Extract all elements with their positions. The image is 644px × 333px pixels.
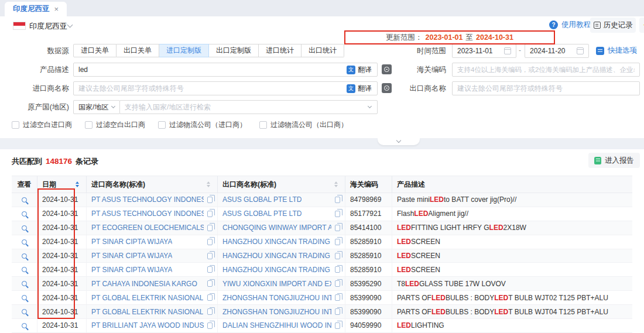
copy-icon[interactable] (207, 225, 213, 231)
checkbox-icon[interactable] (158, 121, 166, 129)
header-date[interactable]: 日期 (37, 176, 87, 193)
copy-icon[interactable] (207, 308, 213, 315)
view-record-button[interactable] (12, 319, 37, 332)
copy-icon[interactable] (207, 197, 213, 203)
enter-report-button[interactable]: 进入报告 (588, 153, 640, 168)
checkbox-icon[interactable] (259, 121, 267, 129)
country-selector[interactable]: 印度尼西亚 (29, 21, 67, 32)
checkbox-icon[interactable] (85, 121, 93, 129)
start-date-input[interactable]: 2023-11-01 (452, 44, 516, 58)
copy-icon[interactable] (207, 266, 213, 273)
copy-icon[interactable] (335, 322, 340, 329)
view-record-button[interactable] (12, 193, 37, 207)
exporter-name[interactable]: ZHONGSHAN TONGJIUZHOU INTERNA... (222, 308, 331, 316)
filter-panel: 数据源 进口关单出口关单进口定制版出口定制版进口统计出口统计 时间范围 2023… (0, 34, 644, 138)
view-record-button[interactable] (12, 305, 37, 318)
copy-icon[interactable] (335, 294, 340, 301)
importer-name[interactable]: PT ASUS TECHNOLOGY INDONESIA BA... (91, 210, 204, 218)
copy-icon[interactable] (335, 197, 340, 203)
exporter-name[interactable]: HANGZHOU XINGCAN TRADING CO LTD (222, 252, 331, 260)
copy-icon[interactable] (207, 239, 213, 245)
exporter-name[interactable]: DALIAN SHENGZHIHUI WOOD INDUST... (222, 321, 331, 329)
favorite-button[interactable]: ★ (639, 18, 644, 33)
quick-options-link[interactable]: 快捷选项 (596, 46, 637, 56)
exporter-name[interactable]: ZHONGSHAN TONGJIUZHOU INTERNA... (222, 294, 331, 302)
filter-checkbox[interactable]: 过滤物流公司（进口商） (158, 120, 246, 130)
view-record-button[interactable] (12, 249, 37, 263)
tutorial-link[interactable]: ? 使用教程 (549, 20, 591, 30)
exporter-name[interactable]: YIWU XIONGXIN IMPORT AND EXPORT... (222, 280, 331, 288)
exporter-name[interactable]: HANGZHOU XINGCAN TRADING CO LTD (222, 238, 331, 246)
data-source-tab[interactable]: 进口定制版 (159, 44, 209, 57)
importer-input[interactable] (74, 82, 377, 95)
copy-icon[interactable] (335, 225, 340, 231)
copy-icon[interactable] (207, 294, 213, 301)
copy-icon[interactable] (335, 308, 340, 315)
data-source-tab[interactable]: 进口统计 (259, 44, 302, 57)
importer-name[interactable]: PT GLOBAL ELEKTRIK NASIONAL (91, 308, 203, 316)
exporter-name[interactable]: CHONGQING WINWAY IMPORT AND E... (222, 224, 331, 232)
exporter-name[interactable]: HANGZHOU XINGCAN TRADING CO LTD (222, 266, 331, 274)
view-record-button[interactable] (12, 263, 37, 276)
view-record-button[interactable] (12, 291, 37, 304)
sort-icon[interactable] (334, 181, 338, 187)
copy-icon[interactable] (335, 253, 340, 259)
table-row: 2024-10-31PT ASUS TECHNOLOGY INDONESIA B… (12, 193, 632, 207)
translate-button[interactable]: 文 翻译 (347, 65, 372, 75)
importer-name[interactable]: PT BRILLIANT JAYA WOOD INDUSTRY (91, 321, 204, 329)
translate-button[interactable]: 文 翻译 (347, 84, 372, 94)
circle-equal-icon[interactable] (382, 83, 392, 93)
data-source-tab[interactable]: 出口定制版 (209, 44, 259, 57)
hs-code-input[interactable] (453, 63, 639, 76)
filter-checkbox[interactable]: 过滤物流公司（出口商） (259, 120, 348, 130)
copy-icon[interactable] (207, 322, 213, 329)
table-row: 2024-10-31PT BRILLIANT JAYA WOOD INDUSTR… (12, 319, 632, 333)
data-source-tab[interactable]: 进口关单 (73, 44, 117, 57)
product-desc-input[interactable] (74, 63, 377, 76)
copy-icon[interactable] (335, 266, 340, 273)
importer-name[interactable]: PT CAHAYA INDONESIA KARGO (91, 280, 197, 288)
checkbox-icon[interactable] (12, 121, 19, 129)
copy-icon[interactable] (335, 280, 340, 287)
exporter-name[interactable]: ASUS GLOBAL PTE LTD (222, 195, 302, 204)
sort-icon[interactable] (76, 181, 79, 187)
exporter-input[interactable] (453, 82, 639, 95)
copy-icon[interactable] (335, 211, 340, 217)
copy-icon[interactable] (207, 280, 213, 287)
origin-input[interactable] (120, 101, 368, 114)
view-record-button[interactable] (12, 277, 37, 290)
update-range-label: 更新范围： (386, 33, 423, 43)
importer-name[interactable]: PT SINAR CIPTA WIJAYA (91, 238, 172, 246)
importer-name[interactable]: PT SINAR CIPTA WIJAYA (91, 266, 172, 274)
view-record-button[interactable] (12, 235, 37, 249)
history-button[interactable]: 历史记录 (590, 18, 636, 33)
view-record-button[interactable] (12, 221, 37, 235)
close-icon[interactable]: × (54, 5, 59, 13)
header-importer[interactable]: 进口商名称(标准) (87, 176, 218, 193)
chevron-down-icon[interactable] (67, 22, 73, 28)
importer-name[interactable]: PT ASUS TECHNOLOGY INDONESIA BA... (91, 195, 204, 204)
importer-name[interactable]: PT ECOGREEN OLEOCHEMICALS (91, 224, 204, 232)
copy-icon[interactable] (207, 211, 213, 217)
table-header: 查看 日期 进口商名称(标准) 出口商名称(标准) 海关编码 产品描述 (12, 176, 632, 193)
data-source-tab[interactable]: 出口关单 (117, 44, 159, 57)
end-date-input[interactable]: 2024-11-20 (525, 44, 589, 58)
hs-code: 84798969 (345, 193, 392, 207)
header-exporter[interactable]: 出口商名称(标准) (218, 176, 345, 193)
data-source-tab[interactable]: 出口统计 (302, 44, 344, 57)
product-description: LED LIGHTING (392, 319, 632, 332)
copy-icon[interactable] (335, 239, 340, 245)
origin-type-select[interactable]: 国家/地区 (73, 100, 120, 114)
sort-icon[interactable] (207, 181, 210, 187)
importer-name[interactable]: PT SINAR CIPTA WIJAYA (91, 252, 172, 260)
collapse-panel-handle[interactable] (378, 138, 420, 145)
view-record-button[interactable] (12, 207, 37, 221)
tab-indonesia[interactable]: 印度尼西亚 × (5, 2, 67, 16)
table-row: 2024-10-31PT SINAR CIPTA WIJAYAHANGZHOU … (12, 235, 632, 249)
filter-checkbox[interactable]: 过滤空白进口商 (12, 120, 72, 130)
circle-equal-icon[interactable] (382, 64, 392, 74)
filter-checkbox[interactable]: 过滤空白出口商 (85, 120, 145, 130)
exporter-name[interactable]: ASUS GLOBAL PTE LTD (222, 210, 302, 218)
importer-name[interactable]: PT GLOBAL ELEKTRIK NASIONAL (91, 294, 203, 302)
copy-icon[interactable] (207, 253, 213, 259)
